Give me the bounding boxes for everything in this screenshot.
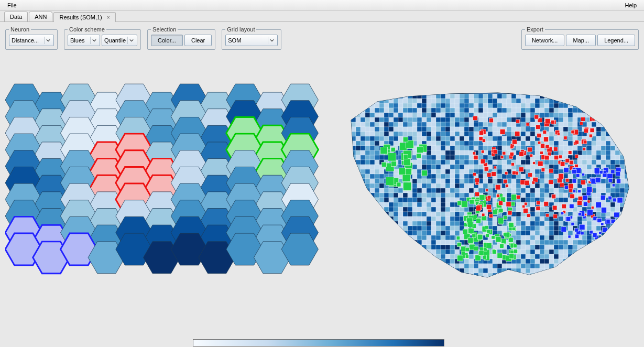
svg-rect-90: [493, 99, 497, 103]
svg-rect-355: [610, 117, 615, 122]
svg-rect-1249: [582, 188, 587, 193]
svg-rect-245: [375, 113, 379, 117]
svg-rect-2336: [615, 273, 620, 278]
svg-rect-1858: [625, 235, 629, 240]
svg-rect-110: [587, 99, 592, 103]
svg-rect-140: [445, 103, 450, 108]
map-selection-green: [499, 209, 503, 213]
svg-rect-444: [464, 127, 469, 132]
svg-rect-43: [554, 94, 559, 99]
som-hexgrid[interactable]: [5, 54, 328, 321]
svg-rect-229: [582, 108, 587, 113]
svg-rect-774: [606, 150, 610, 155]
svg-rect-1283: [460, 193, 464, 198]
svg-rect-9: [394, 94, 398, 99]
svg-rect-516: [521, 132, 526, 136]
svg-rect-389: [488, 122, 493, 127]
svg-rect-1975: [610, 245, 615, 250]
svg-rect-1880: [445, 240, 450, 245]
svg-rect-593: [601, 136, 606, 141]
svg-rect-39: [535, 94, 540, 99]
svg-rect-1371: [592, 198, 596, 202]
svg-rect-2292: [408, 273, 412, 278]
svg-rect-1930: [398, 245, 403, 250]
svg-rect-313: [412, 117, 417, 122]
svg-rect-2034: [606, 250, 610, 254]
export-network-button[interactable]: Network...: [525, 35, 565, 46]
menu-file[interactable]: File: [4, 1, 20, 9]
svg-rect-108: [577, 99, 582, 103]
export-legend-button[interactable]: Legend...: [597, 35, 635, 46]
svg-rect-1684: [370, 226, 375, 231]
tab-data[interactable]: Data: [4, 12, 28, 21]
tab-ann[interactable]: ANN: [29, 12, 52, 21]
svg-rect-1020: [351, 174, 356, 179]
map-selection-blue: [575, 234, 579, 238]
svg-rect-1216: [427, 188, 431, 193]
svg-rect-2180: [445, 264, 450, 268]
svg-rect-1324: [370, 198, 375, 202]
svg-rect-2081: [544, 254, 549, 259]
svg-rect-1777: [526, 231, 530, 235]
svg-rect-2174: [417, 264, 422, 268]
color-ramp-combo[interactable]: Blues: [68, 35, 100, 46]
svg-rect-2183: [460, 264, 464, 268]
svg-rect-1331: [403, 198, 408, 202]
svg-rect-2101: [356, 259, 361, 264]
map-selection-green: [416, 154, 421, 158]
svg-rect-977: [431, 169, 436, 174]
svg-rect-1191: [592, 183, 596, 188]
export-map-button[interactable]: Map...: [566, 35, 596, 46]
us-map[interactable]: [330, 68, 639, 298]
svg-rect-1379: [629, 198, 634, 202]
svg-rect-1682: [361, 226, 365, 231]
svg-rect-53: [601, 94, 606, 99]
svg-rect-42: [549, 94, 554, 99]
svg-rect-156: [521, 103, 526, 108]
svg-rect-65: [375, 99, 379, 103]
neuron-combo[interactable]: Distance...: [9, 35, 54, 46]
svg-rect-1966: [568, 245, 573, 250]
svg-rect-1873: [412, 240, 417, 245]
svg-rect-605: [375, 141, 379, 146]
grid-layout-combo[interactable]: SOM: [225, 35, 278, 46]
svg-rect-2094: [606, 254, 610, 259]
svg-rect-130: [398, 103, 403, 108]
svg-rect-891: [592, 160, 596, 165]
map-selection-red: [519, 167, 523, 172]
svg-rect-1786: [568, 231, 573, 235]
svg-rect-1757: [431, 231, 436, 235]
svg-rect-926: [474, 165, 478, 169]
selection-clear-button[interactable]: Clear: [184, 35, 212, 46]
svg-rect-1665: [563, 221, 568, 226]
svg-rect-713: [601, 146, 606, 150]
svg-rect-1390: [398, 202, 403, 207]
svg-rect-744: [464, 150, 469, 155]
svg-rect-715: [610, 146, 615, 150]
svg-rect-405: [563, 122, 568, 127]
svg-rect-1660: [540, 221, 544, 226]
svg-rect-2080: [540, 254, 544, 259]
svg-rect-1875: [422, 240, 427, 245]
svg-rect-1578: [436, 216, 441, 221]
svg-rect-1604: [559, 216, 563, 221]
svg-rect-1754: [417, 231, 422, 235]
svg-rect-1539: [535, 212, 540, 216]
svg-rect-1697: [431, 226, 436, 231]
close-icon[interactable]: ×: [107, 15, 110, 20]
tab-results[interactable]: Results (SOM,1) ×: [53, 12, 115, 22]
svg-rect-1163: [460, 183, 464, 188]
svg-rect-2102: [361, 259, 365, 264]
svg-rect-834: [606, 155, 610, 160]
classify-combo[interactable]: Quantile: [102, 35, 137, 46]
svg-rect-59: [629, 94, 634, 99]
menu-help[interactable]: Help: [621, 1, 640, 9]
svg-rect-1139: [629, 179, 634, 183]
svg-rect-1835: [516, 235, 521, 240]
svg-rect-1296: [521, 193, 526, 198]
map-selection-green: [486, 234, 489, 237]
selection-color-button[interactable]: Color...: [151, 35, 183, 46]
map-selection-red: [487, 196, 491, 199]
svg-rect-839: [629, 155, 634, 160]
map-selection-green: [386, 177, 394, 186]
